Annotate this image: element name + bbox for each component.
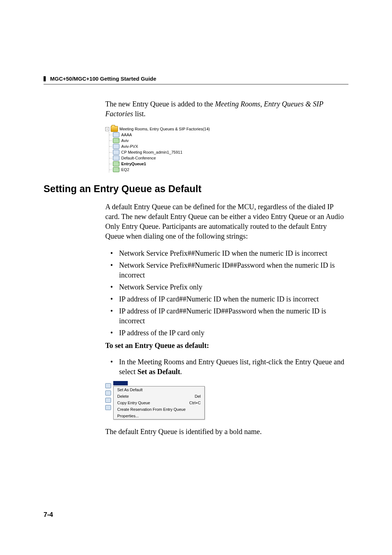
step-item: In the Meeting Rooms and Entry Queues li… [105,357,345,377]
tree-item-label: Aviv-PVX [121,144,138,149]
page-header: MGC+50/MGC+100 Getting Started Guide [50,76,156,82]
tree-item-label: AAAA [121,133,132,137]
closing-paragraph: The default Entry Queue is identified by… [105,427,345,437]
tree-item[interactable]: CP Meeting Room_admin1_75911 [113,149,345,155]
bullet-item: Network Service Prefix##Numeric ID when … [105,248,345,258]
tree-item[interactable]: Default-Conference [113,155,345,161]
intro-paragraph: The new Entry Queue is added to the Meet… [105,99,345,119]
procedure-heading: To set an Entry Queue as default: [105,341,345,350]
bullet-item: Network Service Prefix only [105,282,345,292]
context-menu-item[interactable]: Set As Default [114,386,204,393]
tree-item-label: EntryQueue1 [121,162,146,166]
step-list: In the Meeting Rooms and Entry Queues li… [105,357,345,377]
entry-queue-icon [113,161,119,166]
tree-item-label: Aviv [121,138,129,143]
bullet-list: Network Service Prefix##Numeric ID when … [105,248,345,338]
folder-icon [111,126,118,132]
context-menu[interactable]: Set As DefaultDeleteDelCopy Entry QueueC… [113,386,205,420]
tree-item[interactable]: Aviv-PVX [113,143,345,149]
tree-item[interactable]: Aviv [113,138,345,143]
page-number: 7-4 [44,511,53,519]
context-menu-item[interactable]: Create Reservation From Entry Queue [114,406,204,413]
step-bold: Set as Default [138,368,180,376]
context-menu-label: Properties... [117,414,139,418]
meeting-room-icon [113,132,119,137]
context-menu-item[interactable]: Properties... [114,413,204,419]
mini-tree-node [105,405,111,410]
context-menu-label: Delete [117,394,129,398]
step-post: . [180,368,182,376]
tree-root[interactable]: − Meeting Rooms, Entry Queues & SIP Fact… [105,126,345,132]
intro-post: list. [133,110,146,118]
meeting-room-icon [113,155,119,161]
bullet-item: IP address of IP card##Numeric ID when t… [105,294,345,304]
collapse-icon[interactable]: − [105,127,109,131]
entry-queue-icon [113,167,119,172]
mini-tree-node [105,390,111,396]
context-menu-figure: Set As DefaultDeleteDelCopy Entry QueueC… [105,381,345,420]
mini-tree-node [105,383,111,388]
tree-item-label: CP Meeting Room_admin1_75911 [121,150,183,154]
context-menu-item[interactable]: Copy Entry QueueCtrl+C [114,400,204,406]
tree-root-label: Meeting Rooms, Entry Queues & SIP Factor… [119,127,210,131]
change-bar-icon [44,76,46,81]
context-menu-label: Copy Entry Queue [117,401,150,405]
selected-item-highlight [113,381,128,385]
bullet-item: IP address of the IP card only [105,328,345,338]
context-menu-shortcut: Del [195,394,201,398]
bullet-item: Network Service Prefix##Numeric ID##Pass… [105,260,345,280]
meeting-room-icon [113,150,119,155]
mini-tree [105,381,112,410]
tree-item-label: EQ2 [121,167,129,172]
tree-view: − Meeting Rooms, Entry Queues & SIP Fact… [105,126,345,173]
section-heading: Setting an Entry Queue as Default [44,183,348,195]
bullet-item: IP address of IP card##Numeric ID##Passw… [105,306,345,326]
tree-item-label: Default-Conference [121,156,156,160]
mini-tree-node [105,398,111,403]
context-menu-item[interactable]: DeleteDel [114,393,204,400]
intro-pre: The new Entry Queue is added to the [105,100,215,108]
meeting-room-icon [113,144,119,149]
header-rule [44,84,348,85]
context-menu-shortcut: Ctrl+C [189,401,201,405]
tree-item[interactable]: EntryQueue1 [113,161,345,167]
tree-item[interactable]: EQ2 [113,167,345,173]
entry-queue-icon [113,138,119,143]
context-menu-label: Create Reservation From Entry Queue [117,407,185,412]
tree-item[interactable]: AAAA [113,132,345,138]
section-paragraph: A default Entry Queue can be defined for… [105,202,345,241]
context-menu-label: Set As Default [117,388,143,392]
